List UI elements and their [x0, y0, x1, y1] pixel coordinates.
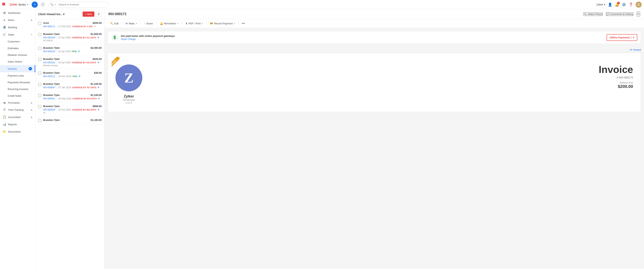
table-row[interactable]: Brandon Tyler $990.00 INV-000020 | 02 Oc… — [36, 102, 104, 116]
sidebar-item-creditnotes[interactable]: Credit Notes — [0, 92, 35, 99]
sidebar-item-banking[interactable]: 🏦 Banking — [0, 24, 35, 31]
invoice-amount: $30.00 — [94, 72, 102, 74]
list-menu-button[interactable]: ☰ — [96, 12, 102, 17]
table-row[interactable]: Brandon Tyler $1,000.00 INV-000164 | 07 … — [36, 30, 104, 44]
sidebar-item-dashboard[interactable]: ⊞ Dashboard — [0, 9, 35, 16]
edit-button[interactable]: ✏️ Edit — [108, 21, 120, 26]
row-checkbox[interactable] — [38, 47, 41, 50]
invoice-doc-header: Z Zylker Tennessee U.S.A Invoice # INV-0… — [116, 64, 633, 104]
customer-name: Brandon Tyler — [43, 58, 60, 60]
invoice-amount: $200.00 — [93, 22, 102, 24]
invoice-number[interactable]: INV-000020 — [43, 108, 55, 111]
sidebar-label-estimates: Estimates — [8, 47, 18, 50]
items-chevron-icon: ▶ — [31, 19, 32, 21]
sidebar-item-retainer[interactable]: Retainer Invoices — [0, 52, 35, 58]
logo[interactable]: Z ZOHO Books ▾ — [2, 3, 28, 6]
banking-icon: 🏦 — [3, 26, 6, 29]
invoice-number[interactable]: INV-000041 — [43, 97, 55, 100]
table-row[interactable]: Arun $200.00 INV-000171 | 11 Feb 2021 OV… — [36, 19, 104, 30]
avatar[interactable]: Z — [636, 2, 642, 8]
table-row[interactable]: Brandon Tyler $30.00 INV-000111 | 20 Nov… — [36, 69, 104, 80]
sidebar-item-estimates[interactable]: Estimates — [0, 45, 35, 52]
row-checkbox[interactable] — [38, 58, 41, 61]
mails-label: Mails — [129, 22, 134, 25]
list-title[interactable]: Client Viewed Inv... ▾ — [38, 13, 64, 16]
invoice-number[interactable]: INV-000171 — [43, 25, 55, 28]
stripe-link[interactable]: Stripe — [121, 38, 127, 40]
sidebar: ⊞ Dashboard ≡ Items ▶ 🏦 Banking 🛒 Sales … — [0, 9, 36, 269]
sidebar-item-customers[interactable]: Customers — [0, 38, 35, 45]
svg-text:Z: Z — [3, 3, 4, 5]
share-button[interactable]: ↑ Share — [142, 21, 155, 26]
status-badge: OVERDUE BY 311 DAYS — [72, 36, 96, 39]
table-row[interactable]: Brandon Tyler $1,100.00 — [36, 116, 104, 124]
invoice-number[interactable]: INV-000111 — [43, 75, 55, 78]
change-link[interactable]: Change — [128, 38, 136, 40]
sidebar-item-documents[interactable]: 📁 Documents — [0, 128, 35, 135]
more-options-button[interactable]: ••• — [240, 20, 246, 26]
sidebar-item-paymentsreceived[interactable]: Payments Received — [0, 79, 35, 86]
offline-dropdown-chevron-icon[interactable]: ▾ — [631, 36, 634, 39]
row-checkbox[interactable] — [38, 33, 41, 36]
comments-history-button[interactable]: 💬 Comments & History — [606, 12, 634, 16]
sidebar-item-timetracking[interactable]: ⏱ Time Tracking ▶ — [0, 106, 35, 114]
status-badge: OVERDUE BY 864 DAYS — [72, 108, 96, 111]
invoice-list: Arun $200.00 INV-000171 | 11 Feb 2021 OV… — [36, 19, 104, 269]
offline-payments-button[interactable]: Offline Payments ▾ — [606, 34, 637, 41]
invoices-add-button[interactable]: + — [28, 67, 32, 70]
row-checkbox[interactable] — [38, 119, 41, 122]
sidebar-item-recurringinvoices[interactable]: Recurring Invoices — [0, 86, 35, 92]
help-icon[interactable]: ❓ — [629, 2, 633, 7]
attach-files-button[interactable]: 📎 Attach File(s) — [583, 12, 603, 16]
customer-name: Brandon Tyler — [43, 105, 60, 108]
table-row[interactable]: Brandon Tyler $2,000.00 INV-000162 | 01 … — [36, 44, 104, 55]
row-checkbox[interactable] — [38, 22, 41, 25]
overdue-ribbon: Overdue — [112, 57, 127, 72]
settings-icon[interactable]: ⚙️ — [622, 2, 626, 7]
record-payment-button[interactable]: 💳 Record Payment ▾ — [208, 21, 237, 26]
eye-icon: 👁 — [78, 75, 81, 78]
sidebar-item-invoices[interactable]: Invoices + — [0, 65, 35, 72]
pdf-print-button[interactable]: ⬇ PDF / Print ▾ — [184, 21, 205, 26]
status-badge: PAID — [72, 50, 77, 53]
sidebar-label-documents: Documents — [8, 130, 21, 133]
sidebar-item-accountant[interactable]: 📋 Accountant ▶ — [0, 114, 35, 121]
search-input[interactable] — [59, 3, 107, 6]
history-button[interactable]: ⏱ — [40, 2, 46, 8]
row-checkbox[interactable] — [38, 105, 41, 108]
eye-icon: 👁 — [98, 97, 100, 100]
table-row[interactable]: Brandon Tyler $1,100.00 INV-000041 | 20 … — [36, 91, 104, 102]
row-checkbox[interactable] — [38, 72, 41, 75]
record-payment-chevron-icon: ▾ — [234, 22, 235, 24]
new-invoice-button[interactable]: + New — [83, 12, 94, 17]
sidebar-item-paymentlinks[interactable]: Payment Links — [0, 72, 35, 79]
mails-button[interactable]: ✉ Mails ▾ — [124, 21, 139, 26]
sidebar-label-paymentsreceived: Payments Received — [8, 81, 30, 84]
sidebar-item-purchases[interactable]: 🛍 Purchases ▶ — [0, 99, 35, 106]
invoice-date: 11 Feb 2021 — [58, 25, 71, 28]
invoice-number[interactable]: INV-000164 — [43, 36, 55, 39]
sidebar-label-timetracking: Time Tracking — [8, 108, 24, 111]
customer-name: Arun — [43, 22, 49, 24]
sidebar-item-salesorders[interactable]: Sales Orders — [0, 58, 35, 65]
row-checkbox[interactable] — [38, 94, 41, 97]
table-row[interactable]: Brandon Tyler $1,100.00 INV-000047 | 07 … — [36, 80, 104, 91]
invoice-number[interactable]: INV-000047 — [43, 86, 55, 89]
contacts-icon[interactable]: 👤 — [608, 3, 612, 6]
add-button[interactable]: + — [32, 2, 38, 8]
row-checkbox[interactable] — [38, 83, 41, 86]
invoice-number[interactable]: INV-000161 — [43, 61, 55, 64]
sidebar-item-sales[interactable]: 🛒 Sales ▼ — [0, 31, 35, 38]
table-row[interactable]: Brandon Tyler $520.00 INV-000161 | 03 Ap… — [36, 55, 104, 69]
toolbar-divider — [206, 22, 206, 25]
invoice-date: 07 Jan 2019 — [58, 86, 71, 89]
sidebar-item-items[interactable]: ≡ Items ▶ — [0, 16, 35, 24]
status-badge: OVERDUE BY 767 DAYS — [72, 86, 96, 89]
user-menu[interactable]: Zylker ▾ — [596, 3, 605, 6]
close-button[interactable]: ✕ — [636, 12, 640, 16]
sidebar-item-reports[interactable]: 📊 Reports — [0, 121, 35, 128]
invoice-number[interactable]: INV-000162 — [43, 50, 55, 53]
invoice-date: 20 Nov 2019 — [58, 75, 71, 78]
search-filter-icon: ▾ — [54, 3, 56, 6]
reminders-button[interactable]: 🔔 Reminders ▾ — [158, 21, 180, 26]
